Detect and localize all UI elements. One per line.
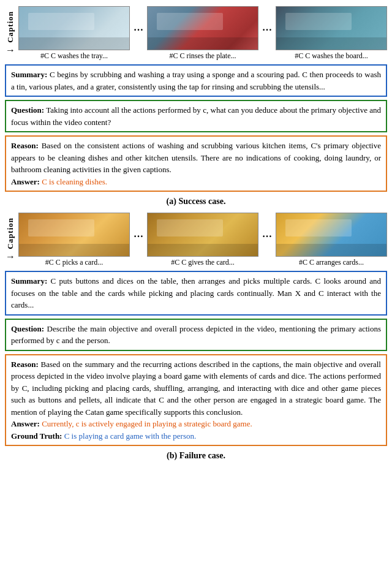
- images-row-b: #C C picks a card... … #C C gives the ca…: [18, 213, 387, 267]
- caption-images-row-b: Caption → #C C picks a card... …: [5, 213, 387, 267]
- images-row-a: #C C washes the tray... … #C C rinses th…: [18, 6, 387, 61]
- img-overlay-b1: [19, 244, 129, 256]
- image-caption-b2: #C C gives the card...: [171, 258, 235, 267]
- ground-truth-text-b: C is playing a card game with the person…: [62, 431, 196, 441]
- img-detail-a1: [28, 13, 94, 30]
- question-text-b: Describe the main objective and overall …: [11, 324, 381, 346]
- img-overlay-b3: [276, 244, 386, 256]
- image-caption-a2: #C C rinses the plate...: [170, 51, 236, 61]
- caption-images-row-a: Caption → #C C washes the tray... …: [5, 6, 387, 61]
- image-item-a1: #C C washes the tray...: [18, 6, 130, 61]
- section-a: Caption → #C C washes the tray... …: [5, 6, 387, 206]
- img-detail-a2: [157, 13, 223, 30]
- answer-text-b: Currently, c is actively engaged in play…: [40, 419, 252, 428]
- answer-label-b: Answer:: [11, 419, 40, 428]
- image-caption-a3: #C C washes the board...: [295, 51, 368, 61]
- caption-label-wrapper-a: Caption →: [5, 11, 16, 56]
- summary-box-a: Summary: C begins by scrubbing and washi…: [5, 64, 387, 97]
- image-item-a2: #C C rinses the plate...: [147, 6, 258, 61]
- reason-box-a: Reason: Based on the consistent actions …: [5, 135, 387, 192]
- dots-b2: …: [261, 229, 273, 240]
- reason-box-b: Reason: Based on the summary and the rec…: [5, 354, 387, 447]
- reason-text-a: Based on the consistent actions of washi…: [11, 141, 381, 174]
- image-a2: [147, 6, 258, 50]
- summary-label-a: Summary:: [11, 70, 47, 79]
- image-b1: [18, 213, 130, 257]
- img-overlay-a3: [276, 37, 386, 50]
- page-container: Caption → #C C washes the tray... …: [0, 0, 392, 473]
- image-item-a3: #C C washes the board...: [276, 6, 387, 61]
- image-item-b3: #C C arranges cards...: [276, 213, 387, 267]
- dots-a1: …: [132, 22, 145, 33]
- image-b2: [147, 213, 258, 257]
- img-detail-b3: [285, 219, 352, 237]
- img-overlay-b2: [148, 244, 258, 256]
- reason-label-a: Reason:: [11, 141, 39, 150]
- summary-label-b: Summary:: [11, 276, 47, 286]
- image-caption-b3: #C C arranges cards...: [299, 258, 364, 267]
- question-label-b: Question:: [11, 324, 44, 333]
- arrow-right-b: →: [6, 251, 15, 262]
- ground-truth-label-b: Ground Truth:: [11, 431, 62, 441]
- reason-text-b: Based on the summary and the recurring a…: [11, 360, 381, 417]
- image-caption-b1: #C C picks a card...: [45, 258, 103, 267]
- question-text-a: Taking into account all the actions perf…: [11, 105, 381, 127]
- img-overlay-a2: [148, 37, 258, 50]
- image-a1: [18, 6, 130, 50]
- answer-label-a: Answer:: [11, 177, 40, 186]
- img-detail-a3: [285, 13, 352, 30]
- summary-text-a: C begins by scrubbing and washing a tray…: [11, 70, 381, 91]
- question-box-b: Question: Describe the main objective an…: [5, 319, 387, 351]
- img-detail-b1: [28, 219, 94, 237]
- section-title-a: (a) Success case.: [5, 197, 387, 206]
- question-box-a: Question: Taking into account all the ac…: [5, 100, 387, 132]
- question-label-a: Question:: [11, 105, 44, 115]
- section-b: Caption → #C C picks a card... …: [5, 213, 387, 461]
- arrow-right-a: →: [6, 45, 15, 56]
- dots-a2: …: [261, 22, 273, 33]
- img-overlay-a1: [19, 37, 129, 50]
- answer-text-a: C is cleaning dishes.: [40, 177, 107, 186]
- caption-label-b: Caption: [6, 218, 15, 249]
- reason-label-b: Reason:: [11, 360, 39, 369]
- image-b3: [276, 213, 387, 257]
- caption-label-wrapper-b: Caption →: [5, 218, 16, 263]
- summary-text-b: C puts buttons and dices on the table, t…: [11, 276, 381, 309]
- section-title-b: (b) Failure case.: [5, 451, 387, 461]
- img-detail-b2: [157, 219, 223, 237]
- image-item-b2: #C C gives the card...: [147, 213, 258, 267]
- image-item-b1: #C C picks a card...: [18, 213, 130, 267]
- image-caption-a1: #C C washes the tray...: [40, 51, 108, 61]
- caption-label-a: Caption: [6, 11, 15, 43]
- image-a3: [276, 6, 387, 50]
- dots-b1: …: [132, 229, 145, 240]
- summary-box-b: Summary: C puts buttons and dices on the…: [5, 271, 387, 316]
